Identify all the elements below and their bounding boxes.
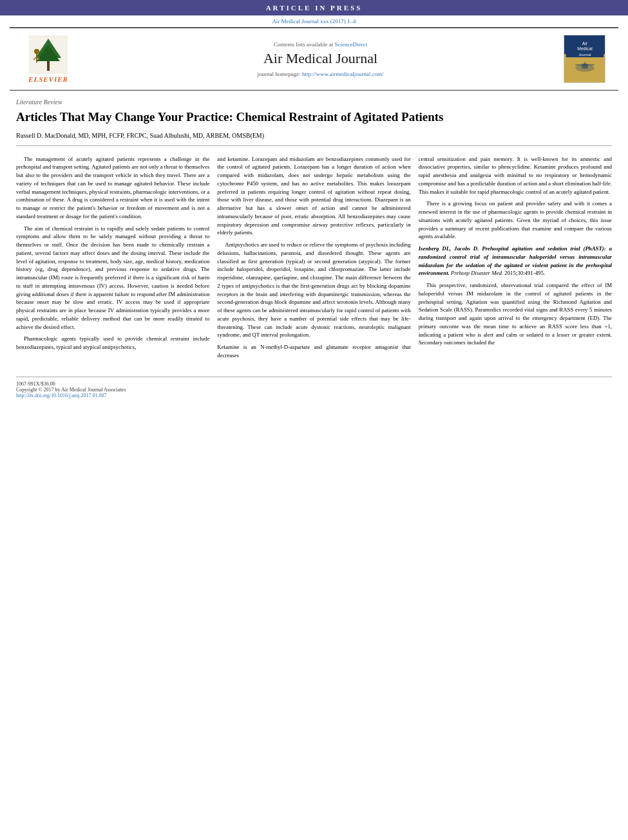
col3-citation-ref: 2015;30:491-495. [504,270,545,276]
footer-copyright: Copyright © 2017 by Air Medical Journal … [16,387,612,393]
journal-reference-line: Air Medical Journal xxx (2017) 1–4 [0,15,628,27]
svg-rect-1 [47,61,50,71]
article-footer: 1067-991X/$36.00 Copyright © 2017 by Air… [16,377,612,398]
article-title: Articles That May Change Your Practice: … [16,109,612,126]
elsevier-logo: ELSEVIER [19,35,77,83]
journal-logo-image: Air Medical Journal [566,35,604,82]
column-1: The management of acutely agitated patie… [16,155,209,364]
homepage-line: journal homepage: http://www.airmedicalj… [84,71,557,77]
journal-center-info: Contents lists available at ScienceDirec… [77,41,564,77]
elsevier-brand-text: ELSEVIER [28,75,68,83]
column-2: and ketamine. Lorazepam and midazolam ar… [217,155,410,364]
footer-doi[interactable]: http://dx.doi.org/10.1016/j.amj.2017.01.… [16,393,612,398]
col3-citation-journal: Prehosp Disaster Med. [451,270,503,276]
journal-logo-box: Air Medical Journal [564,35,605,83]
svg-text:Medical: Medical [577,46,593,51]
journal-header: ELSEVIER Contents lists available at Sci… [10,27,618,90]
col2-para1: and ketamine. Lorazepam and midazolam ar… [217,155,410,238]
svg-text:Journal: Journal [578,53,591,57]
svg-point-4 [34,49,39,54]
journal-logo-right: Air Medical Journal [564,35,609,83]
footer-issn: 1067-991X/$36.00 [16,381,612,387]
col1-para3: Pharmacologic agents typically used to p… [16,335,209,351]
col1-para2: The aim of chemical restraint is to rapi… [16,225,209,331]
col2-para3: Ketamine is an N-methyl-D-aspartate and … [217,343,410,360]
col3-para2: There is a growing focus on patient and … [419,200,612,241]
article-content: Literature Review Articles That May Chan… [0,91,628,377]
sciencedirect-link[interactable]: ScienceDirect [335,41,367,48]
article-type: Literature Review [16,98,612,106]
article-authors: Russell D. MacDonald, MD, MPH, FCFP, FRC… [16,132,612,146]
sciencedirect-line: Contents lists available at ScienceDirec… [84,41,557,48]
col3-para4: This prospective, randomized, observatio… [419,281,612,347]
homepage-link[interactable]: http://www.airmedicaljournal.com/ [302,71,383,77]
col1-para1: The management of acutely agitated patie… [16,155,209,221]
elsevier-tree-icon [29,35,68,74]
column-3: central sensitization and pain memory. I… [419,155,612,364]
article-body: The management of acutely agitated patie… [16,155,612,364]
article-in-press-banner: ARTICLE IN PRESS [0,0,628,15]
col3-para3: Isenberg DL, Jacobs D. Prehospital agita… [419,245,612,277]
svg-text:Air: Air [582,41,587,46]
col2-para2: Antipsychotics are used to reduce or rel… [217,241,410,339]
col3-para1: central sensitization and pain memory. I… [419,155,612,196]
journal-title: Air Medical Journal [84,50,557,67]
